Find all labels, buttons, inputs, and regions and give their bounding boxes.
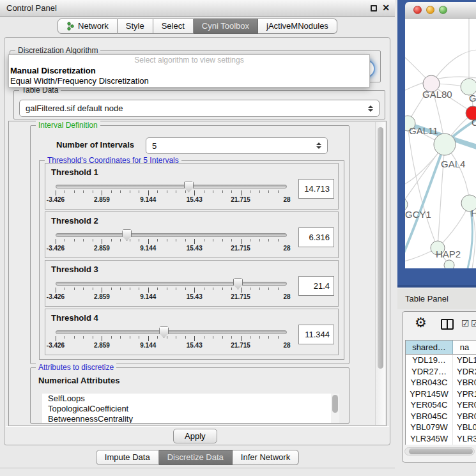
number-of-intervals-value: 5 <box>152 138 157 154</box>
tick-label: -3.426 <box>47 342 65 349</box>
tab-cyni-toolbox[interactable]: Cyni Toolbox <box>194 19 258 34</box>
attribute-list-item[interactable]: BetweennessCentrality <box>42 414 339 423</box>
threshold-label: Threshold 4 <box>51 313 98 323</box>
table-cell-shared-name[interactable]: YLR345W <box>406 433 453 445</box>
interval-definition-group: Interval Definition Number of Intervals … <box>30 125 349 364</box>
checkbox-icon[interactable]: ☑ <box>471 318 476 328</box>
attributes-scrollbar[interactable] <box>331 394 339 423</box>
traffic-light-zoom-icon[interactable] <box>439 6 447 14</box>
tab-network[interactable]: Network <box>58 19 118 34</box>
traffic-light-close-icon[interactable] <box>413 6 422 14</box>
main-scrollbar-thumb[interactable] <box>378 127 383 369</box>
algorithm-popup-item[interactable]: Equal Width/Frequency Discretization <box>9 76 369 86</box>
network-node[interactable] <box>434 134 456 155</box>
checkbox-icon[interactable]: ☑ <box>461 318 470 328</box>
table-cell-name[interactable]: YLR3 <box>453 433 476 445</box>
tab-jactivemnodules[interactable]: jActiveMNodules <box>258 19 337 34</box>
slider-track[interactable] <box>56 185 287 188</box>
threshold-value-field[interactable]: 14.713 <box>298 179 334 199</box>
combo-arrows-icon <box>368 105 373 112</box>
table-horizontal-scrollbar[interactable] <box>404 447 475 456</box>
table-cell-name[interactable]: YDR2 <box>453 366 476 378</box>
table-cell-name[interactable]: YPR1 <box>453 388 476 400</box>
threshold-value-field[interactable]: 21.4 <box>298 276 334 296</box>
network-node-label: H <box>471 208 476 219</box>
table-row[interactable]: YIL052CYIL0 <box>406 444 476 445</box>
table-cell-shared-name[interactable]: YIL052C <box>406 444 453 445</box>
table-data-group: Table Data galFiltered.sif default node <box>13 90 385 119</box>
network-graph: GAL80GACGAL11GAL4GCY1HHAP2 <box>405 19 476 268</box>
threshold-slider[interactable]: -3.4262.8599.14415.4321.71528 <box>56 185 287 204</box>
slider-tick-labels: -3.4262.8599.14415.4321.71528 <box>56 342 287 349</box>
table-row[interactable]: YER054CYER0 <box>406 399 476 411</box>
table-cell-shared-name[interactable]: YBL079W <box>406 422 453 433</box>
float-window-icon[interactable] <box>371 5 377 12</box>
table-cell-shared-name[interactable]: YER054C <box>406 399 453 411</box>
threshold-slider[interactable]: -3.4262.8599.14415.4321.71528 <box>56 233 287 252</box>
tab-select[interactable]: Select <box>153 19 194 34</box>
slider-track[interactable] <box>56 282 287 286</box>
slider-tick-labels: -3.4262.8599.14415.4321.71528 <box>56 196 287 204</box>
threshold-coordinates-group: Threshold's Coordinates for 5 Intervals … <box>39 160 344 360</box>
discretization-algorithm-label: Discretization Algorithm <box>15 46 100 55</box>
top-tabbar: NetworkStyleSelectCyni ToolboxjActiveMNo… <box>0 19 395 34</box>
threshold-slider[interactable]: -3.4262.8599.14415.4321.71528 <box>56 282 287 301</box>
table-cell-shared-name[interactable]: YBR043C <box>406 377 453 388</box>
slider-track[interactable] <box>56 330 287 334</box>
tick-label: 2.859 <box>94 342 110 349</box>
algorithm-popup-item[interactable]: Manual Discretization <box>9 66 369 76</box>
column-header-shared-name[interactable]: shared… <box>406 341 453 354</box>
tick-label: -3.426 <box>47 293 65 300</box>
network-node-label: GAL80 <box>422 89 452 100</box>
split-view-icon[interactable] <box>441 319 454 330</box>
table-row[interactable]: YBL079WYBL0 <box>406 422 476 433</box>
table-header-row: shared… na <box>406 341 476 355</box>
table-cell-name[interactable]: YBR0 <box>453 377 476 388</box>
table-cell-name[interactable]: YDL1 <box>453 355 476 366</box>
attribute-list-item[interactable]: TopologicalCoefficient <box>42 404 339 414</box>
tick-label: 2.859 <box>94 245 110 252</box>
table-row[interactable]: YBR043CYBR0 <box>406 377 476 388</box>
table-panel-bar: Table Panel <box>397 289 476 309</box>
attribute-list-item[interactable]: SelfLoops <box>42 394 339 404</box>
gear-icon[interactable]: ⚙ <box>415 315 427 330</box>
tab-label: Cyni Toolbox <box>202 19 249 33</box>
number-of-intervals-combobox[interactable]: 5 <box>146 137 328 154</box>
network-node-label: GAL11 <box>409 125 438 136</box>
tab-infer-network[interactable]: Infer Network <box>233 450 299 465</box>
table-cell-name[interactable]: YIL0 <box>453 444 476 445</box>
table-cell-name[interactable]: YER0 <box>453 399 476 411</box>
numerical-attributes-list[interactable]: SelfLoopsTopologicalCoefficientBetweenne… <box>42 394 339 423</box>
table-row[interactable]: YDR27…YDR2 <box>406 366 476 378</box>
slider-track[interactable] <box>56 233 287 237</box>
tab-discretize-data[interactable]: Discretize Data <box>159 450 233 465</box>
threshold-value-field[interactable]: 6.316 <box>298 227 334 247</box>
table-cell-shared-name[interactable]: YDL19… <box>406 355 453 366</box>
network-window-titlebar <box>405 2 476 19</box>
apply-button[interactable]: Apply <box>173 429 217 443</box>
table-cell-name[interactable]: YBR0 <box>453 411 476 422</box>
table-row[interactable]: YPR145WYPR1 <box>406 388 476 400</box>
main-scrollbar[interactable] <box>375 122 385 425</box>
table-cell-shared-name[interactable]: YDR27… <box>406 366 453 378</box>
separator <box>6 426 389 427</box>
table-row[interactable]: YLR345WYLR3 <box>406 433 476 445</box>
threshold-value-field[interactable]: 11.344 <box>298 325 334 344</box>
table-cell-shared-name[interactable]: YPR145W <box>406 388 453 400</box>
table-data-combobox[interactable]: galFiltered.sif default node <box>19 100 380 117</box>
network-canvas[interactable]: GAL80GACGAL11GAL4GCY1HHAP2 <box>405 19 476 268</box>
table-cell-name[interactable]: YBL0 <box>453 422 476 433</box>
network-node-label: GA <box>469 93 476 104</box>
tab-impute-data[interactable]: Impute Data <box>96 450 159 465</box>
close-icon[interactable]: ✕ <box>382 3 390 13</box>
table-row[interactable]: YBR045CYBR0 <box>406 411 476 422</box>
node-table[interactable]: shared… na YDL19…YDL1YDR27…YDR2YBR043CYB… <box>405 340 476 445</box>
network-node[interactable] <box>444 260 454 268</box>
traffic-light-minimize-icon[interactable] <box>426 6 434 14</box>
threshold-slider[interactable]: -3.4262.8599.14415.4321.71528 <box>56 330 287 349</box>
tab-style[interactable]: Style <box>118 19 153 34</box>
column-header-name[interactable]: na <box>453 341 476 354</box>
threshold-panel: Threshold 1 -3.4262.8599.14415.4321.7152… <box>45 163 339 210</box>
table-cell-shared-name[interactable]: YBR045C <box>406 411 453 422</box>
table-row[interactable]: YDL19…YDL1 <box>406 355 476 366</box>
